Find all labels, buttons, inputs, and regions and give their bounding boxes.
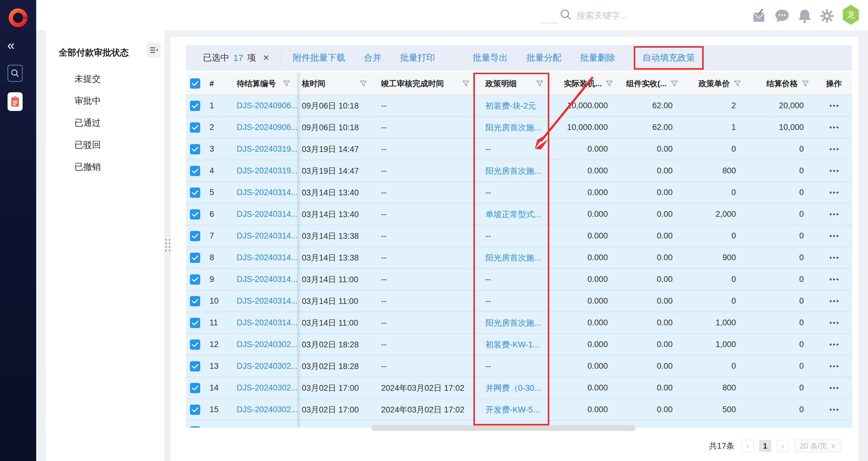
brand-logo-icon[interactable]: CRM (9, 8, 27, 27)
current-page-button[interactable]: 1 (759, 440, 771, 452)
settlement-code-link[interactable]: DJS-20240314... (237, 188, 297, 197)
mail-icon[interactable] (752, 9, 767, 24)
toolbar-action-批量导出[interactable]: 批量导出 (473, 52, 508, 64)
policy-link[interactable]: 并网费（0-30... (486, 382, 541, 394)
settlement-code-link[interactable]: DJS-20240302... (237, 362, 297, 371)
row-actions-button[interactable]: ••• (817, 312, 852, 334)
toolbar-action-批量打印[interactable]: 批量打印 (400, 52, 435, 64)
sidebar-item-已撤销[interactable]: 已撤销 (46, 156, 164, 178)
prev-page-button[interactable]: ‹ (742, 440, 754, 452)
row-actions-button[interactable]: ••• (817, 269, 852, 290)
sidebar-item-已驳回[interactable]: 已驳回 (46, 134, 164, 156)
policy-link[interactable]: 阳光房首次施... (486, 122, 541, 133)
search-icon[interactable] (560, 8, 572, 21)
next-page-button[interactable]: › (777, 440, 789, 452)
row-checkbox[interactable] (190, 274, 200, 285)
row-checkbox[interactable] (190, 318, 200, 328)
row-checkbox[interactable] (190, 361, 200, 371)
toolbar-action-合并[interactable]: 合并 (364, 52, 381, 64)
toolbar-action-批量删除[interactable]: 批量删除 (580, 52, 615, 64)
settlement-code-link[interactable]: DJS-20240314... (237, 296, 297, 306)
row-actions-button[interactable]: ••• (817, 225, 852, 247)
row-actions-button[interactable]: ••• (817, 399, 852, 420)
settlement-code-link[interactable]: DJS-20240906... (237, 123, 297, 132)
row-actions-button[interactable]: ••• (817, 377, 852, 399)
filter-icon[interactable] (671, 81, 678, 87)
user-avatar[interactable]: 龙 (842, 5, 860, 25)
settlement-code-link[interactable]: DJS-20240319... (237, 145, 297, 154)
global-search-input[interactable]: 搜索关键字... (577, 10, 627, 22)
row-checkbox[interactable] (190, 209, 200, 219)
row-checkbox[interactable] (190, 231, 200, 241)
settlement-code-link[interactable]: DJS-20240906... (237, 101, 297, 110)
row-actions-button[interactable]: ••• (817, 204, 852, 225)
row-checkbox[interactable] (190, 101, 200, 111)
row-checkbox[interactable] (190, 339, 200, 350)
row-actions-button[interactable]: ••• (817, 334, 852, 355)
row-actions-button[interactable]: ••• (817, 290, 852, 312)
horizontal-scrollbar[interactable] (371, 425, 636, 431)
policy-link[interactable]: 阳光房首次施... (486, 252, 541, 263)
settlement-code-link[interactable]: DJS-20240314... (237, 253, 297, 262)
row-checkbox[interactable] (190, 405, 200, 415)
row-actions-button[interactable]: ••• (817, 95, 852, 116)
policy-link[interactable]: 阳光房首次施... (486, 165, 541, 176)
toolbar-action-自动填充政策[interactable]: 自动填充政策 (634, 46, 704, 70)
policy-link[interactable]: 单坡正常型式... (486, 209, 541, 220)
sidebar-item-未提交[interactable]: 未提交 (46, 68, 164, 90)
settlement-code-link[interactable]: DJS-20240314... (237, 318, 297, 328)
sidebar-search-button[interactable] (7, 65, 23, 82)
filter-icon[interactable] (536, 81, 543, 87)
sidebar-item-已通过[interactable]: 已通过 (46, 112, 164, 134)
row-actions-button[interactable]: ••• (817, 160, 852, 182)
panel-collapse-button[interactable] (147, 42, 161, 58)
filter-icon[interactable] (606, 81, 613, 87)
policy-link[interactable]: 初装费-KW-1... (486, 339, 540, 350)
chat-icon[interactable] (775, 9, 789, 23)
sidebar-item-审批中[interactable]: 审批中 (46, 90, 164, 112)
policy-link[interactable]: 阳光房首次施... (486, 317, 541, 328)
settlement-code-link[interactable]: DJS-20240302... (237, 383, 297, 393)
policy-link[interactable]: 初装费-块-2元 (486, 100, 536, 111)
policy-link[interactable]: 开发费-KW-5... (486, 404, 540, 415)
row-checkbox[interactable] (190, 144, 200, 154)
row-checkbox[interactable] (190, 188, 200, 198)
select-all-checkbox[interactable] (190, 79, 200, 89)
panel-resize-handle[interactable] (165, 239, 170, 251)
sidebar-report-button[interactable] (7, 92, 23, 111)
row-checkbox[interactable] (190, 122, 200, 133)
settlement-code-cell: DJS-20240302... (225, 356, 297, 377)
clear-selection-icon[interactable]: ✕ (262, 53, 270, 63)
page-size-select[interactable]: 20 条/页 ∨ (794, 439, 841, 452)
filter-icon[interactable] (802, 81, 809, 87)
toolbar-action-附件批量下载[interactable]: 附件批量下载 (293, 52, 345, 64)
row-actions-button[interactable]: ••• (817, 356, 852, 377)
filter-icon[interactable] (360, 81, 367, 87)
row-actions-button[interactable]: ••• (817, 182, 852, 203)
row-actions-button[interactable]: ••• (817, 247, 852, 268)
toolbar-action-批量分配[interactable]: 批量分配 (526, 52, 561, 64)
filter-icon[interactable] (463, 81, 469, 87)
settle-price-cell: 20,000 (749, 95, 817, 116)
filter-icon[interactable] (283, 81, 290, 87)
settlement-code-link[interactable]: DJS-20240319... (237, 166, 297, 176)
settlement-code-link[interactable]: DJS-20240302... (237, 427, 297, 428)
settlement-code-link[interactable]: DJS-20240314... (237, 275, 297, 284)
settlement-code-link[interactable]: DJS-20240314... (237, 210, 297, 219)
row-actions-button[interactable]: ••• (817, 139, 852, 160)
settlement-code-link[interactable]: DJS-20240302... (237, 340, 297, 349)
row-checkbox[interactable] (190, 166, 200, 176)
row-checkbox[interactable] (190, 383, 200, 393)
settlement-code-link[interactable]: DJS-20240314... (237, 231, 297, 241)
bell-icon[interactable] (798, 9, 812, 24)
gear-icon[interactable] (820, 9, 834, 23)
collapse-sidebar-icon[interactable]: « (7, 39, 14, 52)
filter-icon[interactable] (734, 81, 741, 87)
column-header-checkbox[interactable] (186, 72, 204, 95)
row-actions-button[interactable]: ••• (817, 117, 852, 138)
settlement-code-link[interactable]: DJS-20240302... (237, 405, 297, 414)
row-checkbox[interactable] (190, 296, 200, 306)
row-checkbox[interactable] (190, 426, 200, 428)
row-checkbox[interactable] (190, 253, 200, 263)
row-actions-button[interactable]: ••• (817, 421, 852, 428)
